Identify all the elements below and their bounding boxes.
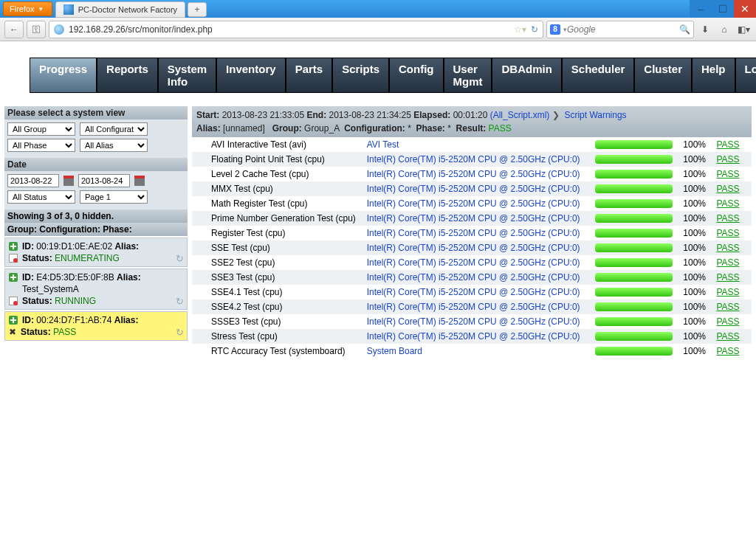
url-input[interactable]: 192.168.29.26/src/monitor/index.php ☆▾ ↻ — [49, 21, 543, 38]
result-link[interactable]: PASS — [716, 169, 739, 179]
result-link[interactable]: PASS — [716, 257, 739, 268]
calendar-to-icon[interactable] — [134, 176, 145, 186]
progress-bar — [595, 155, 673, 164]
expand-icon[interactable] — [9, 316, 18, 325]
filter-group[interactable]: All Group — [7, 122, 75, 136]
result-link[interactable]: PASS — [716, 198, 739, 209]
keyhole-icon[interactable]: ⚿ — [27, 21, 46, 38]
progress-bar — [595, 199, 673, 208]
search-box[interactable]: ▾ 🔍 — [546, 21, 694, 38]
system-card[interactable]: ID: E4:D5:3D:E5:0F:8B Alias:Test_SystemA… — [4, 268, 188, 310]
system-card[interactable]: ID: 00:19:D1:0E:AE:02 Alias: Status: ENU… — [4, 238, 188, 267]
device-link[interactable]: Intel(R) Core(TM) i5-2520M CPU @ 2.50GHz… — [367, 287, 580, 297]
window-close-button[interactable]: ✕ — [734, 0, 756, 18]
result-link[interactable]: PASS — [716, 243, 739, 253]
main-header: Start: 2013-08-23 21:33:05 End: 2013-08-… — [192, 106, 752, 137]
device-link[interactable]: AVI Test — [367, 139, 399, 150]
test-name: MMX Test (cpu) — [192, 181, 364, 196]
expand-icon[interactable] — [9, 273, 18, 282]
device-link[interactable]: Intel(R) Core(TM) i5-2520M CPU @ 2.50GHz… — [367, 154, 580, 164]
device-link[interactable]: Intel(R) Core(TM) i5-2520M CPU @ 2.50GHz… — [367, 243, 580, 253]
new-tab-button[interactable]: + — [188, 2, 207, 17]
percent: 100% — [676, 240, 714, 255]
tab-help[interactable]: Help — [692, 58, 735, 93]
result-link[interactable]: PASS — [716, 184, 739, 194]
system-card[interactable]: ID: 00:24:D7:F1:AB:74 Alias: ✖Status: PA… — [4, 311, 188, 341]
bookmark-icon[interactable]: ☆▾ — [514, 24, 526, 35]
progress-bar — [595, 229, 673, 238]
wrench-icon: ✖ — [9, 327, 16, 337]
browser-tab[interactable]: PC-Doctor Network Factory — [55, 1, 185, 18]
percent: 100% — [676, 270, 714, 285]
refresh-icon[interactable]: ↻ — [176, 327, 184, 338]
script-link[interactable]: (All_Script.xml) — [490, 110, 550, 120]
tab-logout[interactable]: Logout — [735, 58, 756, 93]
calendar-from-icon[interactable] — [63, 176, 74, 186]
home-icon[interactable]: ⌂ — [716, 21, 732, 38]
tab-inventory[interactable]: Inventory — [216, 58, 286, 93]
search-input[interactable] — [567, 24, 679, 35]
tab-reports[interactable]: Reports — [97, 58, 158, 93]
document-icon — [9, 297, 18, 305]
filter-alias[interactable]: All Alias — [80, 139, 148, 152]
device-link[interactable]: Intel(R) Core(TM) i5-2520M CPU @ 2.50GHz… — [367, 198, 580, 209]
refresh-icon[interactable]: ↻ — [176, 296, 184, 307]
filter-page[interactable]: Page 1 — [80, 190, 148, 204]
date-from-input[interactable] — [7, 174, 59, 187]
tab-user-mgmt[interactable]: User Mgmt — [444, 58, 492, 93]
download-icon[interactable]: ⬇ — [697, 21, 713, 38]
script-warnings-link[interactable]: Script Warnings — [564, 110, 626, 120]
result-link[interactable]: PASS — [716, 228, 739, 238]
expand-icon[interactable] — [9, 242, 18, 251]
device-link[interactable]: System Board — [367, 346, 422, 356]
result-link[interactable]: PASS — [716, 213, 739, 224]
document-icon — [9, 254, 18, 263]
table-row: RTC Accuracy Test (systemboard)System Bo… — [192, 344, 752, 358]
tab-scheduler[interactable]: Scheduler — [562, 58, 635, 93]
bookmark-list-icon[interactable]: ◧▾ — [735, 21, 752, 38]
date-to-input[interactable] — [78, 174, 130, 187]
tab-config[interactable]: Config — [389, 58, 443, 93]
progress-bar — [595, 317, 673, 326]
test-name: Level 2 Cache Test (cpu) — [192, 167, 364, 181]
device-link[interactable]: Intel(R) Core(TM) i5-2520M CPU @ 2.50GHz… — [367, 302, 580, 312]
result-link[interactable]: PASS — [716, 154, 739, 164]
refresh-icon[interactable]: ↻ — [176, 253, 184, 264]
progress-bar — [595, 273, 673, 282]
search-icon[interactable]: 🔍 — [679, 24, 690, 35]
result-link[interactable]: PASS — [716, 139, 739, 150]
result-link[interactable]: PASS — [716, 302, 739, 312]
table-row: SSE Test (cpu)Intel(R) Core(TM) i5-2520M… — [192, 240, 752, 255]
filter-phase[interactable]: All Phase — [7, 139, 75, 152]
result-link[interactable]: PASS — [716, 331, 739, 342]
device-link[interactable]: Intel(R) Core(TM) i5-2520M CPU @ 2.50GHz… — [367, 169, 580, 179]
tab-dbadmin[interactable]: DBAdmin — [492, 58, 561, 93]
tab-scripts[interactable]: Scripts — [332, 58, 389, 93]
result-link[interactable]: PASS — [716, 316, 739, 327]
device-link[interactable]: Intel(R) Core(TM) i5-2520M CPU @ 2.50GHz… — [367, 184, 580, 194]
device-link[interactable]: Intel(R) Core(TM) i5-2520M CPU @ 2.50GHz… — [367, 272, 580, 283]
table-row: Stress Test (cpu)Intel(R) Core(TM) i5-25… — [192, 329, 752, 344]
result-link[interactable]: PASS — [716, 287, 739, 297]
device-link[interactable]: Intel(R) Core(TM) i5-2520M CPU @ 2.50GHz… — [367, 331, 580, 342]
table-row: Register Test (cpu)Intel(R) Core(TM) i5-… — [192, 226, 752, 240]
result-link[interactable]: PASS — [716, 272, 739, 283]
filter-status[interactable]: All Status — [7, 190, 75, 204]
device-link[interactable]: Intel(R) Core(TM) i5-2520M CPU @ 2.50GHz… — [367, 228, 580, 238]
tab-parts[interactable]: Parts — [286, 58, 333, 93]
tab-cluster[interactable]: Cluster — [634, 58, 692, 93]
filter-config[interactable]: All Configurati — [80, 122, 148, 136]
progress-bar — [595, 243, 673, 252]
result-link[interactable]: PASS — [716, 346, 739, 356]
window-minimize-button[interactable]: – — [690, 0, 712, 18]
table-row: Floating Point Unit Test (cpu)Intel(R) C… — [192, 152, 752, 167]
reload-icon[interactable]: ↻ — [531, 24, 538, 35]
tab-progress[interactable]: Progress — [30, 58, 97, 93]
back-button[interactable]: ← — [4, 21, 24, 38]
device-link[interactable]: Intel(R) Core(TM) i5-2520M CPU @ 2.50GHz… — [367, 213, 580, 224]
device-link[interactable]: Intel(R) Core(TM) i5-2520M CPU @ 2.50GHz… — [367, 316, 580, 327]
tab-system-info[interactable]: System Info — [158, 58, 216, 93]
device-link[interactable]: Intel(R) Core(TM) i5-2520M CPU @ 2.50GHz… — [367, 257, 580, 268]
firefox-menu-button[interactable]: Firefox — [3, 1, 52, 16]
window-maximize-button[interactable]: ☐ — [712, 0, 734, 18]
